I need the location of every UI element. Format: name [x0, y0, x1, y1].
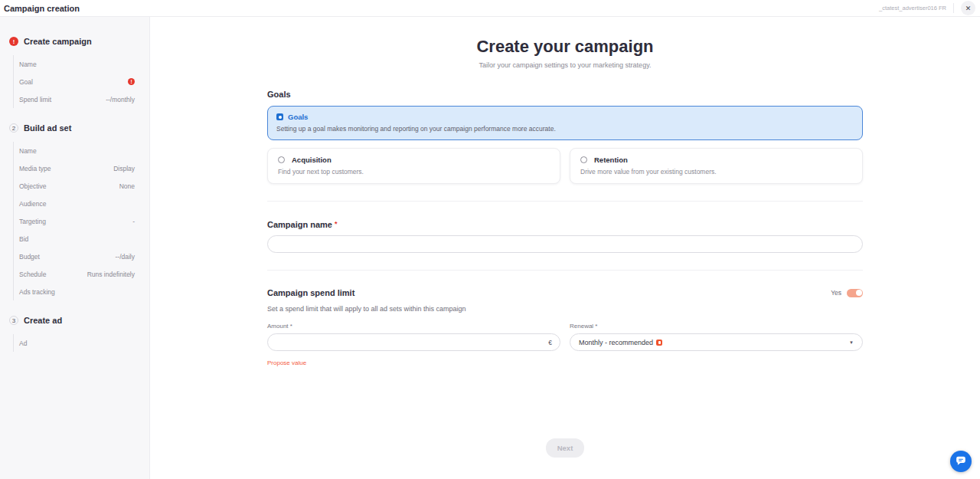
- main-content: Create your campaign Tailor your campaig…: [267, 17, 863, 479]
- sidebar-item-adset-name[interactable]: Name: [19, 142, 149, 159]
- renewal-label: Renewal *: [570, 323, 863, 330]
- campaign-creation-window: Campaign creation _ctatest_advertiser016…: [0, 0, 980, 479]
- sidebar-item-media-type[interactable]: Media type Display: [19, 159, 149, 177]
- top-bar-right: _ctatest_advertiser016 FR ✕: [879, 1, 975, 15]
- page-title: Create your campaign: [267, 37, 863, 57]
- sidebar-item-ads-tracking[interactable]: Ads tracking: [19, 283, 149, 300]
- goals-banner-description: Setting up a goal makes monitoring and r…: [276, 125, 854, 133]
- sidebar-item-objective[interactable]: Objective None: [19, 177, 149, 195]
- spend-limit-toggle[interactable]: [847, 289, 863, 297]
- goals-banner-head: Goals: [276, 113, 854, 121]
- amount-input[interactable]: [267, 333, 560, 351]
- sidebar-item-goal[interactable]: Goal !: [19, 73, 149, 90]
- step-label: Build ad set: [24, 123, 71, 133]
- sidebar-item-ad[interactable]: Ad: [19, 334, 149, 352]
- error-icon: !: [128, 78, 135, 85]
- radio-button-icon[interactable]: [278, 156, 285, 163]
- sidebar-item-targeting[interactable]: Targeting -: [19, 212, 149, 230]
- step-3-items: Ad: [13, 334, 149, 352]
- radio-button-icon[interactable]: [580, 156, 587, 163]
- chat-bubble-icon: [956, 455, 966, 468]
- step-number: 3: [9, 316, 18, 325]
- section-divider: [267, 201, 863, 202]
- chevron-down-icon: ▼: [849, 340, 854, 345]
- currency-symbol: €: [548, 339, 552, 346]
- step-label: Create ad: [24, 316, 62, 325]
- sidebar-step-create-ad[interactable]: 3 Create ad: [9, 316, 149, 325]
- step-1-items: Name Goal ! Spend limit --/monthly: [13, 55, 149, 108]
- top-bar: Campaign creation _ctatest_advertiser016…: [0, 0, 980, 17]
- window-title: Campaign creation: [4, 4, 80, 13]
- sidebar-item-spend-limit[interactable]: Spend limit --/monthly: [19, 90, 149, 108]
- next-button[interactable]: Next: [546, 438, 585, 458]
- required-asterisk: *: [335, 220, 338, 228]
- goal-option-acquisition[interactable]: Acquisition Find your next top customers…: [267, 148, 560, 184]
- account-name: _ctatest_advertiser016 FR: [879, 5, 946, 11]
- error-icon: !: [9, 37, 18, 46]
- spend-limit-heading: Campaign spend limit: [267, 288, 354, 297]
- amount-field-col: Amount * €: [267, 323, 560, 351]
- step-label: Create campaign: [24, 37, 92, 46]
- propose-value-link[interactable]: Propose value: [267, 359, 306, 366]
- recommended-badge-icon: [656, 340, 662, 346]
- steps-sidebar: ! Create campaign Name Goal ! Spend limi…: [0, 17, 150, 479]
- close-icon: ✕: [965, 5, 972, 12]
- goal-target-icon: [276, 113, 283, 120]
- top-bar-divider: [953, 3, 954, 13]
- spend-limit-header-row: Campaign spend limit Yes: [267, 288, 863, 297]
- amount-label: Amount *: [267, 323, 560, 330]
- close-button[interactable]: ✕: [961, 1, 975, 15]
- goals-info-banner: Goals Setting up a goal makes monitoring…: [267, 106, 863, 140]
- chat-fab-button[interactable]: [950, 451, 972, 472]
- next-button-row: Next: [267, 438, 863, 458]
- spend-limit-toggle-wrap: Yes: [831, 289, 863, 297]
- sidebar-item-audience[interactable]: Audience: [19, 195, 149, 212]
- sidebar-item-schedule[interactable]: Schedule Runs indefinitely: [19, 265, 149, 283]
- campaign-name-input[interactable]: [267, 235, 863, 253]
- sidebar-item-bid[interactable]: Bid: [19, 230, 149, 248]
- step-2-items: Name Media type Display Objective None A…: [13, 142, 149, 300]
- goal-options: Acquisition Find your next top customers…: [267, 148, 863, 184]
- renewal-field-col: Renewal * Monthly - recommended ▼: [570, 323, 863, 351]
- renewal-select[interactable]: Monthly - recommended ▼: [570, 333, 863, 351]
- sidebar-step-create-campaign[interactable]: ! Create campaign: [9, 37, 149, 46]
- goal-option-retention[interactable]: Retention Drive more value from your exi…: [570, 148, 863, 184]
- sidebar-step-build-ad-set[interactable]: 2 Build ad set: [9, 123, 149, 133]
- sidebar-item-name[interactable]: Name: [19, 55, 149, 73]
- spend-limit-description: Set a spend limit that will apply to all…: [267, 305, 863, 313]
- page-subtitle: Tailor your campaign settings to your ma…: [267, 61, 863, 69]
- spend-limit-fields: Amount * € Renewal * Monthly - recommend…: [267, 323, 863, 351]
- campaign-name-label: Campaign name*: [267, 220, 863, 229]
- goals-section-heading: Goals: [267, 90, 863, 99]
- section-divider: [267, 270, 863, 271]
- toggle-label: Yes: [831, 289, 841, 297]
- toggle-knob: [856, 290, 862, 296]
- sidebar-item-budget[interactable]: Budget --/daily: [19, 248, 149, 265]
- step-number: 2: [9, 123, 18, 133]
- goals-banner-title: Goals: [288, 113, 308, 121]
